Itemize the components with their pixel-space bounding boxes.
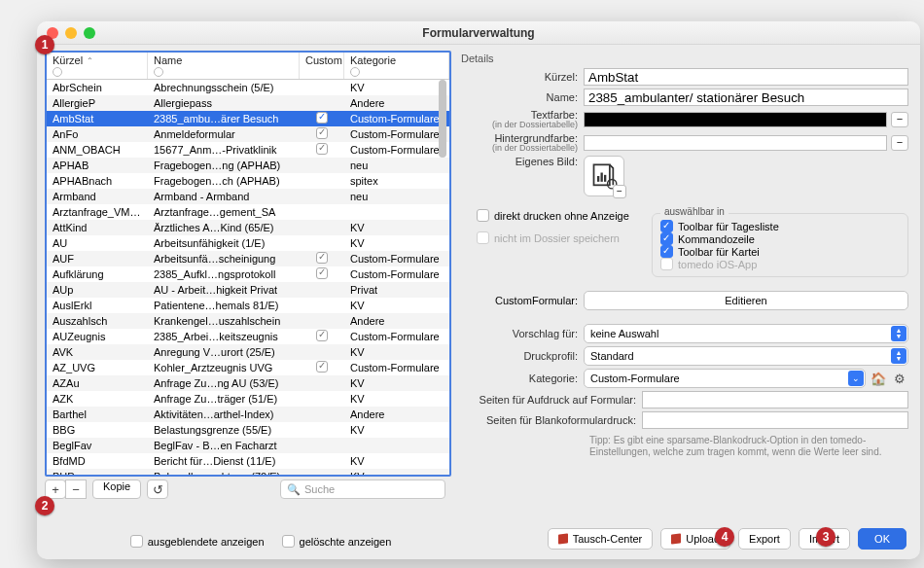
table-header: Kürzel⌃ Name Custom Kategorie [47, 53, 449, 80]
table-row[interactable]: BHPBehandlung…htung (70/E)KV [47, 469, 449, 475]
check-no-save: nicht im Dossier speichern [477, 231, 652, 244]
search-icon: 🔍 [287, 483, 301, 496]
bgcolor-well[interactable] [584, 135, 887, 151]
check-icon [316, 330, 328, 341]
seiten-blanko-field[interactable] [642, 411, 908, 429]
svg-rect-3 [604, 175, 606, 182]
seiten-aufdruck-field[interactable] [642, 391, 908, 408]
kuerzel-field[interactable] [584, 68, 908, 86]
table-row[interactable]: AUFArbeitsunfä…scheinigungCustom-Formula… [47, 251, 449, 266]
svg-rect-1 [597, 176, 599, 182]
col-kuerzel[interactable]: Kürzel⌃ [47, 53, 148, 79]
label-bild: Eigenes Bild: [457, 156, 584, 167]
table-row[interactable]: AuslErklPatientene…hemals 81/E)KV [47, 298, 449, 313]
gear-icon[interactable]: ⚙ [891, 370, 908, 387]
scrollbar[interactable] [437, 80, 448, 474]
window: Formularverwaltung Kürzel⌃ Name Custom [37, 21, 920, 559]
table-row[interactable]: AnFoAnmeldeformularCustom-Formulare [47, 126, 449, 142]
label-seiten-aufdruck: Seiten für Aufdruck auf Formular: [457, 394, 642, 406]
col-kategorie[interactable]: Kategorie [344, 53, 449, 79]
selectable-group: auswählbar in Toolbar für Tagesliste Kom… [652, 213, 908, 277]
svg-rect-2 [601, 173, 603, 182]
check-ios-app: tomedo iOS-App [660, 258, 900, 270]
revert-button[interactable]: ↺ [147, 479, 168, 499]
table-row[interactable]: APHABnachFragebogen…ch (APHAB)spitex [47, 173, 449, 189]
search-input[interactable]: 🔍 Suche [280, 479, 445, 499]
check-direct-print[interactable]: direkt drucken ohne Anzeige [477, 209, 652, 222]
kategorie-combo[interactable]: Custom-Formulare⌄ [584, 369, 866, 388]
table-row[interactable]: APHABFragebogen…ng (APHAB)neu [47, 158, 449, 173]
table-row[interactable]: AZAuAnfrage Zu…ng AU (53/E)KV [47, 375, 449, 391]
textcolor-well[interactable] [584, 112, 887, 127]
label-hintergrund: Hintergrundfarbe:(in der Dossiertabelle) [457, 132, 584, 153]
forms-table: Kürzel⌃ Name Custom Kategorie A [45, 51, 451, 477]
label-name: Name: [457, 91, 584, 103]
name-field[interactable] [584, 89, 908, 106]
table-row[interactable]: BfdMDBericht für…Dienst (11/E)KV [47, 453, 449, 469]
edit-button[interactable]: Editieren [584, 291, 908, 310]
cube-icon [671, 533, 681, 544]
label-kategorie: Kategorie: [457, 373, 584, 384]
druckprofil-combo[interactable]: Standard▲▼ [584, 346, 908, 366]
label-vorschlag: Vorschlag für: [457, 328, 584, 339]
cube-icon [558, 533, 568, 544]
ok-button[interactable]: OK [858, 528, 906, 550]
table-row[interactable]: AZ_UVGKohler_Arztzeugnis UVGCustom-Formu… [47, 360, 449, 375]
blanko-hint: Tipp: Es gibt eine sparsame-Blankodruck-… [589, 435, 908, 458]
table-row[interactable]: ANM_OBACH15677_Anm…-PrivatklinikCustom-F… [47, 142, 449, 158]
check-toolbar-kartei[interactable]: Toolbar für Kartei [660, 245, 900, 258]
table-row[interactable]: BBGBelastungsgrenze (55/E)KV [47, 422, 449, 438]
bgcolor-clear[interactable]: − [891, 135, 908, 151]
annotation-3: 3 [816, 527, 835, 547]
copy-button[interactable]: Kopie [92, 479, 141, 499]
table-row[interactable]: AVKAnregung V…urort (25/E)KV [47, 344, 449, 360]
label-druckprofil: Druckprofil: [457, 350, 584, 362]
check-icon [316, 252, 328, 264]
check-toolbar-tagesliste[interactable]: Toolbar für Tagesliste [660, 220, 900, 232]
col-name[interactable]: Name [148, 53, 300, 79]
image-well[interactable]: − [584, 156, 624, 196]
remove-button[interactable]: − [65, 479, 87, 499]
table-row[interactable]: AZKAnfrage Zu…träger (51/E)KV [47, 391, 449, 407]
annotation-2: 2 [35, 496, 54, 515]
table-row[interactable]: Aufklärung2385_Aufkl…ngsprotokollCustom-… [47, 266, 449, 282]
table-row[interactable]: AUpAU - Arbeit…higkeit PrivatPrivat [47, 282, 449, 298]
details-heading: Details [457, 51, 908, 68]
annotation-4: 4 [715, 527, 734, 547]
titlebar: Formularverwaltung [37, 21, 920, 45]
check-icon [316, 112, 328, 124]
check-icon [316, 127, 328, 139]
annotation-1: 1 [35, 35, 54, 54]
home-icon[interactable]: 🏠 [870, 370, 887, 387]
table-row[interactable]: AttKindÄrztliches A…Kind (65/E)KV [47, 220, 449, 235]
label-textfarbe: Textfarbe:(in der Dossiertabelle) [457, 109, 584, 129]
textcolor-clear[interactable]: − [891, 112, 908, 127]
table-row[interactable]: AUArbeitsunfähigkeit (1/E)KV [47, 235, 449, 251]
label-seiten-blanko: Seiten für Blankoformulardruck: [457, 414, 642, 426]
table-row[interactable]: BarthelAktivitäten…arthel-Index)Andere [47, 407, 449, 422]
check-icon [316, 361, 328, 373]
col-custom[interactable]: Custom [300, 53, 344, 79]
label-customformular: CustomFormular: [457, 295, 584, 306]
table-row[interactable]: AllergiePAllergiepassAndere [47, 95, 449, 111]
table-row[interactable]: BeglFavBeglFav - B…en Facharzt [47, 438, 449, 453]
table-row[interactable]: ArmbandArmband - Armbandneu [47, 189, 449, 204]
table-row[interactable]: AUZeugnis2385_Arbei…keitszeugnisCustom-F… [47, 329, 449, 344]
table-row[interactable]: Arztanfrage_VM_SAArztanfrage…gement_SA [47, 204, 449, 220]
check-icon [316, 143, 328, 155]
vorschlag-combo[interactable]: keine Auswahl▲▼ [584, 324, 908, 343]
window-title: Formularverwaltung [37, 26, 920, 40]
label-kuerzel: Kürzel: [457, 71, 584, 83]
table-row[interactable]: AmbStat2385_ambu…ärer BesuchCustom-Formu… [47, 111, 449, 126]
check-kommandozeile[interactable]: Kommandozeile [660, 232, 900, 245]
export-button[interactable]: Export [738, 528, 791, 550]
tausch-center-button[interactable]: Tausch-Center [548, 528, 654, 550]
image-clear[interactable]: − [613, 185, 626, 198]
table-row[interactable]: AbrScheinAbrechnungsschein (5/E)KV [47, 80, 449, 95]
table-row[interactable]: AuszahlschKrankengel…uszahlscheinAndere [47, 313, 449, 329]
check-icon [316, 267, 328, 279]
